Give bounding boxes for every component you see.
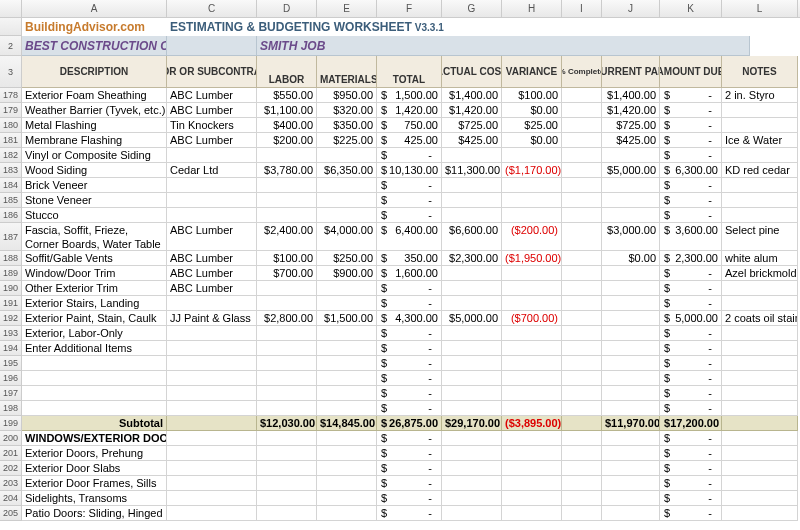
cell-materials[interactable]: $350.00 bbox=[317, 118, 377, 133]
cell-vendor[interactable] bbox=[167, 431, 257, 446]
col-I[interactable]: I bbox=[562, 0, 602, 17]
cell-notes[interactable] bbox=[722, 103, 798, 118]
cell-paid[interactable]: $1,400.00 bbox=[602, 88, 660, 103]
cell-materials[interactable] bbox=[317, 281, 377, 296]
cell-labor[interactable] bbox=[257, 356, 317, 371]
cell-materials[interactable]: $1,500.00 bbox=[317, 311, 377, 326]
row-number[interactable]: 186 bbox=[0, 208, 22, 223]
cell-labor[interactable] bbox=[257, 341, 317, 356]
cell-materials[interactable]: $900.00 bbox=[317, 266, 377, 281]
cell-pct[interactable] bbox=[562, 311, 602, 326]
cell-labor[interactable]: $1,100.00 bbox=[257, 103, 317, 118]
cell[interactable]: $- bbox=[660, 281, 722, 296]
col-E[interactable]: E bbox=[317, 0, 377, 17]
cell-labor[interactable] bbox=[257, 326, 317, 341]
cell-materials[interactable]: $950.00 bbox=[317, 88, 377, 103]
cell-notes[interactable] bbox=[722, 208, 798, 223]
cell[interactable]: $- bbox=[377, 461, 442, 476]
cell-vendor[interactable] bbox=[167, 326, 257, 341]
cell-labor[interactable] bbox=[257, 178, 317, 193]
cell-variance[interactable] bbox=[502, 401, 562, 416]
cell-actual[interactable] bbox=[442, 296, 502, 311]
cell-actual[interactable] bbox=[442, 371, 502, 386]
cell-pct[interactable] bbox=[562, 461, 602, 476]
cell-vendor[interactable]: ABC Lumber bbox=[167, 281, 257, 296]
cell[interactable]: $- bbox=[660, 386, 722, 401]
cell-variance[interactable] bbox=[502, 281, 562, 296]
cell[interactable]: $- bbox=[377, 401, 442, 416]
row-number[interactable]: 178 bbox=[0, 88, 22, 103]
cell-variance[interactable]: ($1,170.00) bbox=[502, 163, 562, 178]
row-number[interactable]: 180 bbox=[0, 118, 22, 133]
cell-actual[interactable] bbox=[442, 446, 502, 461]
cell-paid[interactable] bbox=[602, 326, 660, 341]
cell-vendor[interactable]: JJ Paint & Glass bbox=[167, 311, 257, 326]
cell[interactable]: $1,420.00 bbox=[377, 103, 442, 118]
col-F[interactable]: F bbox=[377, 0, 442, 17]
row-number[interactable]: 183 bbox=[0, 163, 22, 178]
cell-description[interactable]: Soffit/Gable Vents bbox=[22, 251, 167, 266]
cell-pct[interactable] bbox=[562, 118, 602, 133]
cell-pct[interactable] bbox=[562, 446, 602, 461]
cell-pct[interactable] bbox=[562, 208, 602, 223]
row-number[interactable]: 181 bbox=[0, 133, 22, 148]
cell-notes[interactable] bbox=[722, 356, 798, 371]
cell-variance[interactable]: $25.00 bbox=[502, 118, 562, 133]
cell[interactable]: $10,130.00 bbox=[377, 163, 442, 178]
cell-paid[interactable] bbox=[602, 476, 660, 491]
cell-variance[interactable] bbox=[502, 341, 562, 356]
cell-actual[interactable]: $6,600.00 bbox=[442, 223, 502, 251]
cell-paid[interactable] bbox=[602, 266, 660, 281]
cell[interactable]: $- bbox=[377, 193, 442, 208]
cell-labor[interactable] bbox=[257, 296, 317, 311]
cell-paid[interactable] bbox=[602, 148, 660, 163]
cell-materials[interactable] bbox=[317, 446, 377, 461]
cell-labor[interactable]: $3,780.00 bbox=[257, 163, 317, 178]
cell-description[interactable]: Membrane Flashing bbox=[22, 133, 167, 148]
row-number[interactable]: 198 bbox=[0, 401, 22, 416]
cell-paid[interactable]: $3,000.00 bbox=[602, 223, 660, 251]
cell[interactable]: $- bbox=[377, 431, 442, 446]
cell-pct[interactable] bbox=[562, 371, 602, 386]
cell[interactable]: $1,500.00 bbox=[377, 88, 442, 103]
cell[interactable]: $- bbox=[377, 506, 442, 521]
cell-vendor[interactable] bbox=[167, 506, 257, 521]
cell-pct[interactable] bbox=[562, 251, 602, 266]
row-number[interactable]: 199 bbox=[0, 416, 22, 431]
cell[interactable]: $- bbox=[660, 178, 722, 193]
cell-labor[interactable] bbox=[257, 371, 317, 386]
cell-notes[interactable] bbox=[722, 491, 798, 506]
cell[interactable]: $- bbox=[660, 461, 722, 476]
cell[interactable]: $- bbox=[660, 208, 722, 223]
row-number[interactable]: 204 bbox=[0, 491, 22, 506]
cell[interactable]: $- bbox=[660, 193, 722, 208]
cell-pct[interactable] bbox=[562, 223, 602, 251]
cell-labor[interactable] bbox=[257, 148, 317, 163]
cell[interactable]: $1,600.00 bbox=[377, 266, 442, 281]
cell[interactable]: $- bbox=[660, 356, 722, 371]
cell-variance[interactable]: $0.00 bbox=[502, 103, 562, 118]
cell[interactable]: $- bbox=[377, 326, 442, 341]
cell[interactable]: $- bbox=[377, 386, 442, 401]
col-C[interactable]: C bbox=[167, 0, 257, 17]
cell-vendor[interactable] bbox=[167, 476, 257, 491]
cell[interactable]: $- bbox=[660, 266, 722, 281]
cell-labor[interactable] bbox=[257, 446, 317, 461]
cell-description[interactable]: Exterior, Labor-Only bbox=[22, 326, 167, 341]
cell-pct[interactable] bbox=[562, 416, 602, 431]
cell-pct[interactable] bbox=[562, 103, 602, 118]
cell-vendor[interactable] bbox=[167, 416, 257, 431]
cell-vendor[interactable]: Tin Knockers bbox=[167, 118, 257, 133]
cell-notes[interactable]: Ice & Water bbox=[722, 133, 798, 148]
cell-vendor[interactable]: ABC Lumber bbox=[167, 223, 257, 251]
cell-pct[interactable] bbox=[562, 386, 602, 401]
cell-description[interactable]: Metal Flashing bbox=[22, 118, 167, 133]
cell-notes[interactable] bbox=[722, 416, 798, 431]
cell-description[interactable]: Brick Veneer bbox=[22, 178, 167, 193]
cell[interactable]: $- bbox=[660, 326, 722, 341]
cell-notes[interactable]: white alum bbox=[722, 251, 798, 266]
cell-labor[interactable] bbox=[257, 208, 317, 223]
cell-materials[interactable] bbox=[317, 476, 377, 491]
cell-vendor[interactable] bbox=[167, 193, 257, 208]
cell-notes[interactable]: 2 coats oil stain bbox=[722, 311, 798, 326]
